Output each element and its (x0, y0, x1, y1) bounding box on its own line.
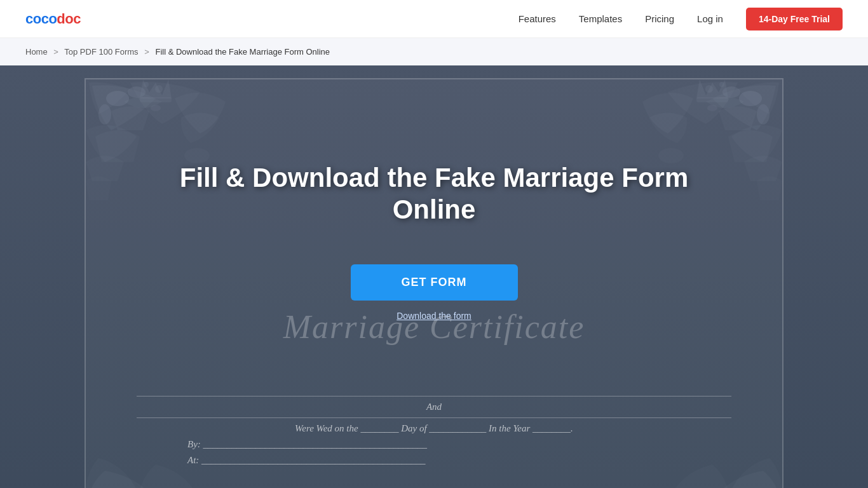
logo[interactable]: cocodoc (25, 11, 81, 27)
header: cocodoc Features Templates Pricing Log i… (0, 0, 868, 38)
breadcrumb-home[interactable]: Home (25, 47, 48, 57)
download-link[interactable]: Download the form (397, 311, 471, 321)
logo-doc: doc (57, 11, 81, 27)
get-form-button[interactable]: GET FORM (351, 264, 518, 301)
breadcrumb-current: Fill & Download the Fake Marriage Form O… (155, 47, 330, 57)
nav-pricing[interactable]: Pricing (645, 13, 674, 24)
logo-coco: coco (25, 11, 57, 27)
breadcrumb-top-pdf[interactable]: Top PDF 100 Forms (64, 47, 138, 57)
breadcrumb-sep-1: > (53, 47, 58, 57)
center-overlay: Fill & Download the Fake Marriage Form O… (86, 79, 782, 488)
trial-button[interactable]: 14-Day Free Trial (746, 8, 843, 30)
cert-frame: Marriage Certificate Fill & Download the… (85, 78, 783, 488)
page-title: Fill & Download the Fake Marriage Form O… (148, 162, 720, 226)
main-area: Marriage Certificate Fill & Download the… (0, 65, 868, 488)
breadcrumb: Home > Top PDF 100 Forms > Fill & Downlo… (0, 38, 868, 65)
nav: Features Templates Pricing Log in 14-Day… (519, 8, 843, 30)
breadcrumb-sep-2: > (144, 47, 149, 57)
nav-login[interactable]: Log in (697, 13, 723, 24)
nav-features[interactable]: Features (519, 13, 556, 24)
nav-templates[interactable]: Templates (579, 13, 622, 24)
